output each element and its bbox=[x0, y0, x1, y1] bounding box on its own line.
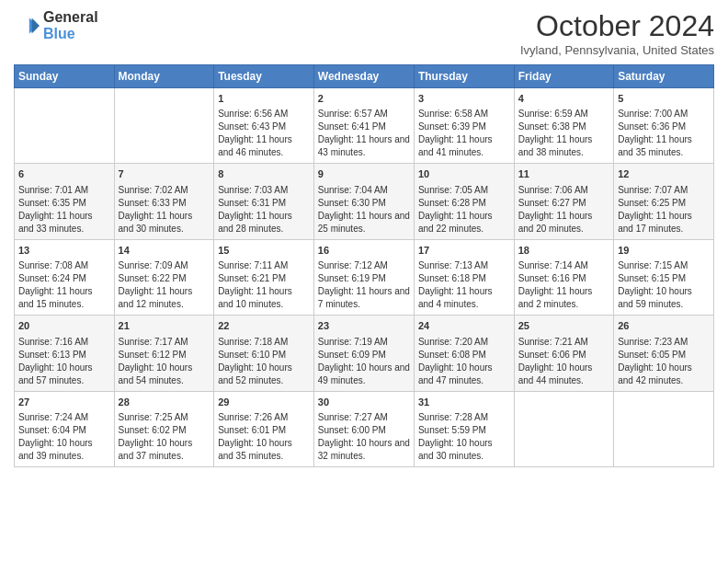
day-number: 8 bbox=[218, 167, 310, 181]
day-number: 11 bbox=[518, 167, 609, 181]
calendar-cell: 26Sunrise: 7:23 AM Sunset: 6:05 PM Dayli… bbox=[614, 316, 714, 391]
calendar-week-row: 20Sunrise: 7:16 AM Sunset: 6:13 PM Dayli… bbox=[15, 316, 714, 391]
day-info: Sunrise: 7:14 AM Sunset: 6:16 PM Dayligh… bbox=[518, 259, 609, 311]
calendar-cell: 25Sunrise: 7:21 AM Sunset: 6:06 PM Dayli… bbox=[514, 316, 613, 391]
calendar-cell: 6Sunrise: 7:01 AM Sunset: 6:35 PM Daylig… bbox=[15, 164, 115, 239]
day-number: 19 bbox=[618, 244, 710, 258]
weekday-header: Saturday bbox=[614, 65, 714, 88]
day-info: Sunrise: 7:11 AM Sunset: 6:21 PM Dayligh… bbox=[218, 259, 310, 311]
day-info: Sunrise: 7:25 AM Sunset: 6:02 PM Dayligh… bbox=[119, 411, 210, 463]
calendar-cell bbox=[114, 88, 214, 164]
calendar-cell: 16Sunrise: 7:12 AM Sunset: 6:19 PM Dayli… bbox=[313, 239, 414, 315]
calendar-cell bbox=[15, 88, 115, 164]
calendar-cell: 10Sunrise: 7:05 AM Sunset: 6:28 PM Dayli… bbox=[414, 164, 514, 239]
calendar-cell: 11Sunrise: 7:06 AM Sunset: 6:27 PM Dayli… bbox=[514, 164, 613, 239]
day-info: Sunrise: 7:00 AM Sunset: 6:36 PM Dayligh… bbox=[618, 108, 710, 159]
calendar-cell: 7Sunrise: 7:02 AM Sunset: 6:33 PM Daylig… bbox=[114, 164, 214, 239]
logo-icon bbox=[14, 13, 40, 39]
logo-text: General Blue bbox=[43, 9, 98, 42]
day-info: Sunrise: 7:12 AM Sunset: 6:19 PM Dayligh… bbox=[318, 259, 410, 311]
day-info: Sunrise: 6:57 AM Sunset: 6:41 PM Dayligh… bbox=[318, 108, 410, 159]
calendar-cell: 28Sunrise: 7:25 AM Sunset: 6:02 PM Dayli… bbox=[114, 391, 214, 466]
weekday-header: Thursday bbox=[414, 65, 514, 88]
title-block: October 2024 Ivyland, Pennsylvania, Unit… bbox=[520, 9, 714, 57]
day-info: Sunrise: 7:01 AM Sunset: 6:35 PM Dayligh… bbox=[18, 184, 110, 236]
day-info: Sunrise: 7:18 AM Sunset: 6:10 PM Dayligh… bbox=[218, 336, 310, 387]
calendar-cell: 22Sunrise: 7:18 AM Sunset: 6:10 PM Dayli… bbox=[214, 316, 314, 391]
day-info: Sunrise: 7:08 AM Sunset: 6:24 PM Dayligh… bbox=[18, 259, 110, 311]
day-number: 1 bbox=[218, 92, 310, 106]
day-info: Sunrise: 7:28 AM Sunset: 5:59 PM Dayligh… bbox=[418, 411, 510, 463]
day-info: Sunrise: 7:20 AM Sunset: 6:08 PM Dayligh… bbox=[418, 336, 510, 387]
day-number: 13 bbox=[18, 244, 110, 258]
day-number: 18 bbox=[518, 244, 609, 258]
weekday-header: Tuesday bbox=[214, 65, 314, 88]
calendar-week-row: 13Sunrise: 7:08 AM Sunset: 6:24 PM Dayli… bbox=[15, 239, 714, 315]
day-number: 5 bbox=[618, 92, 710, 106]
calendar-cell: 2Sunrise: 6:57 AM Sunset: 6:41 PM Daylig… bbox=[313, 88, 414, 164]
weekday-header: Sunday bbox=[15, 65, 115, 88]
weekday-header-row: SundayMondayTuesdayWednesdayThursdayFrid… bbox=[15, 65, 714, 88]
calendar-week-row: 1Sunrise: 6:56 AM Sunset: 6:43 PM Daylig… bbox=[15, 88, 714, 164]
day-number: 22 bbox=[218, 319, 310, 333]
day-info: Sunrise: 7:07 AM Sunset: 6:25 PM Dayligh… bbox=[618, 184, 710, 236]
day-info: Sunrise: 7:26 AM Sunset: 6:01 PM Dayligh… bbox=[218, 411, 310, 463]
weekday-header: Wednesday bbox=[313, 65, 414, 88]
calendar-cell bbox=[614, 391, 714, 466]
calendar-week-row: 6Sunrise: 7:01 AM Sunset: 6:35 PM Daylig… bbox=[15, 164, 714, 239]
day-info: Sunrise: 7:06 AM Sunset: 6:27 PM Dayligh… bbox=[518, 184, 609, 236]
day-number: 6 bbox=[18, 167, 110, 181]
day-info: Sunrise: 7:13 AM Sunset: 6:18 PM Dayligh… bbox=[418, 259, 510, 311]
day-number: 31 bbox=[418, 396, 510, 409]
day-number: 17 bbox=[418, 244, 510, 258]
day-info: Sunrise: 7:16 AM Sunset: 6:13 PM Dayligh… bbox=[18, 336, 110, 387]
calendar-cell: 17Sunrise: 7:13 AM Sunset: 6:18 PM Dayli… bbox=[414, 239, 514, 315]
day-number: 24 bbox=[418, 319, 510, 333]
day-info: Sunrise: 7:23 AM Sunset: 6:05 PM Dayligh… bbox=[618, 336, 710, 387]
day-info: Sunrise: 7:05 AM Sunset: 6:28 PM Dayligh… bbox=[418, 184, 510, 236]
calendar-cell: 29Sunrise: 7:26 AM Sunset: 6:01 PM Dayli… bbox=[214, 391, 314, 466]
month-title: October 2024 bbox=[520, 9, 714, 43]
calendar-table: SundayMondayTuesdayWednesdayThursdayFrid… bbox=[14, 64, 714, 467]
calendar-cell: 4Sunrise: 6:59 AM Sunset: 6:38 PM Daylig… bbox=[514, 88, 613, 164]
day-info: Sunrise: 6:58 AM Sunset: 6:39 PM Dayligh… bbox=[418, 108, 510, 159]
logo: General Blue bbox=[14, 9, 98, 42]
day-info: Sunrise: 7:04 AM Sunset: 6:30 PM Dayligh… bbox=[318, 184, 410, 236]
calendar-cell: 9Sunrise: 7:04 AM Sunset: 6:30 PM Daylig… bbox=[313, 164, 414, 239]
day-info: Sunrise: 6:59 AM Sunset: 6:38 PM Dayligh… bbox=[518, 108, 609, 159]
calendar-cell: 24Sunrise: 7:20 AM Sunset: 6:08 PM Dayli… bbox=[414, 316, 514, 391]
day-number: 7 bbox=[119, 167, 210, 181]
calendar-cell: 20Sunrise: 7:16 AM Sunset: 6:13 PM Dayli… bbox=[15, 316, 115, 391]
day-number: 12 bbox=[618, 167, 710, 181]
day-info: Sunrise: 7:09 AM Sunset: 6:22 PM Dayligh… bbox=[119, 259, 210, 311]
calendar-cell: 31Sunrise: 7:28 AM Sunset: 5:59 PM Dayli… bbox=[414, 391, 514, 466]
calendar-cell: 18Sunrise: 7:14 AM Sunset: 6:16 PM Dayli… bbox=[514, 239, 613, 315]
calendar-cell: 1Sunrise: 6:56 AM Sunset: 6:43 PM Daylig… bbox=[214, 88, 314, 164]
day-info: Sunrise: 7:03 AM Sunset: 6:31 PM Dayligh… bbox=[218, 184, 310, 236]
day-info: Sunrise: 7:24 AM Sunset: 6:04 PM Dayligh… bbox=[18, 411, 110, 463]
weekday-header: Monday bbox=[114, 65, 214, 88]
day-info: Sunrise: 7:19 AM Sunset: 6:09 PM Dayligh… bbox=[318, 336, 410, 387]
day-info: Sunrise: 7:15 AM Sunset: 6:15 PM Dayligh… bbox=[618, 259, 710, 311]
day-info: Sunrise: 7:02 AM Sunset: 6:33 PM Dayligh… bbox=[119, 184, 210, 236]
day-number: 2 bbox=[318, 92, 410, 106]
weekday-header: Friday bbox=[514, 65, 613, 88]
calendar-cell: 23Sunrise: 7:19 AM Sunset: 6:09 PM Dayli… bbox=[313, 316, 414, 391]
day-number: 15 bbox=[218, 244, 310, 258]
calendar-cell bbox=[514, 391, 613, 466]
calendar-cell: 5Sunrise: 7:00 AM Sunset: 6:36 PM Daylig… bbox=[614, 88, 714, 164]
day-number: 25 bbox=[518, 319, 609, 333]
calendar-cell: 30Sunrise: 7:27 AM Sunset: 6:00 PM Dayli… bbox=[313, 391, 414, 466]
page-header: General Blue October 2024 Ivyland, Penns… bbox=[14, 9, 714, 57]
day-number: 14 bbox=[119, 244, 210, 258]
day-number: 9 bbox=[318, 167, 410, 181]
day-number: 27 bbox=[18, 396, 110, 409]
day-info: Sunrise: 7:17 AM Sunset: 6:12 PM Dayligh… bbox=[119, 336, 210, 387]
day-number: 16 bbox=[318, 244, 410, 258]
day-number: 4 bbox=[518, 92, 609, 106]
calendar-cell: 15Sunrise: 7:11 AM Sunset: 6:21 PM Dayli… bbox=[214, 239, 314, 315]
day-number: 26 bbox=[618, 319, 710, 333]
day-number: 21 bbox=[119, 319, 210, 333]
day-number: 10 bbox=[418, 167, 510, 181]
day-number: 20 bbox=[18, 319, 110, 333]
